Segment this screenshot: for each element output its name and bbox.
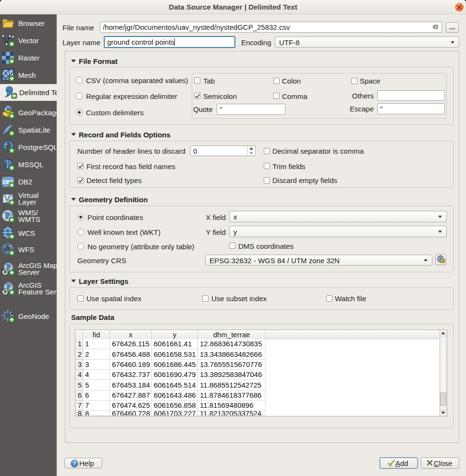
svg-text:?: ? xyxy=(73,461,76,466)
